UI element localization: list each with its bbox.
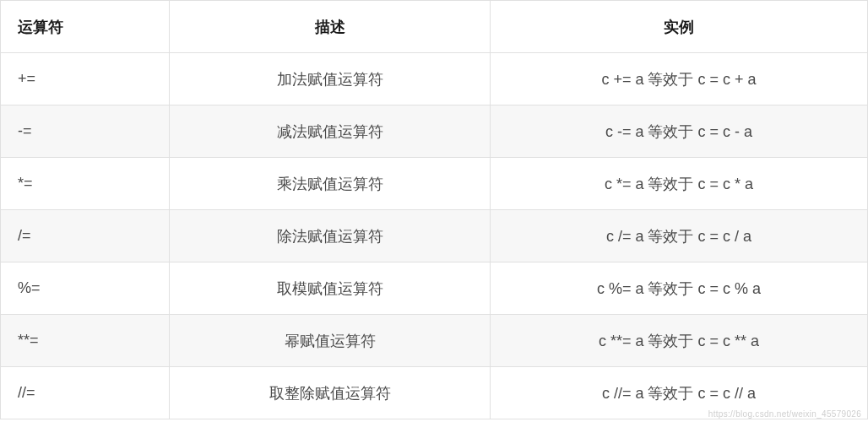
cell-description: 加法赋值运算符 xyxy=(170,53,491,106)
cell-operator: %= xyxy=(1,262,170,315)
cell-operator: += xyxy=(1,53,170,106)
cell-operator: *= xyxy=(1,158,170,210)
cell-operator: -= xyxy=(1,106,170,158)
table-row: %= 取模赋值运算符 c %= a 等效于 c = c % a xyxy=(1,262,868,315)
cell-description: 除法赋值运算符 xyxy=(170,210,491,262)
operators-table: 运算符 描述 实例 += 加法赋值运算符 c += a 等效于 c = c + … xyxy=(0,0,868,419)
cell-example: c += a 等效于 c = c + a xyxy=(491,53,868,106)
cell-operator: /= xyxy=(1,210,170,262)
cell-example: c %= a 等效于 c = c % a xyxy=(491,262,868,315)
cell-example: c **= a 等效于 c = c ** a xyxy=(491,315,868,367)
table-header-row: 运算符 描述 实例 xyxy=(1,1,868,53)
header-example: 实例 xyxy=(491,1,868,53)
table-row: **= 幂赋值运算符 c **= a 等效于 c = c ** a xyxy=(1,315,868,367)
cell-example: c /= a 等效于 c = c / a xyxy=(491,210,868,262)
table-row: *= 乘法赋值运算符 c *= a 等效于 c = c * a xyxy=(1,158,868,210)
cell-example: c *= a 等效于 c = c * a xyxy=(491,158,868,210)
cell-description: 乘法赋值运算符 xyxy=(170,158,491,210)
watermark: https://blog.csdn.net/weixin_45579026 xyxy=(708,409,861,419)
table-row: /= 除法赋值运算符 c /= a 等效于 c = c / a xyxy=(1,210,868,262)
cell-description: 减法赋值运算符 xyxy=(170,106,491,158)
table-row: -= 减法赋值运算符 c -= a 等效于 c = c - a xyxy=(1,106,868,158)
cell-example: c -= a 等效于 c = c - a xyxy=(491,106,868,158)
header-operator: 运算符 xyxy=(1,1,170,53)
cell-description: 取模赋值运算符 xyxy=(170,262,491,315)
cell-operator: **= xyxy=(1,315,170,367)
header-description: 描述 xyxy=(170,1,491,53)
table-row: += 加法赋值运算符 c += a 等效于 c = c + a xyxy=(1,53,868,106)
cell-description: 幂赋值运算符 xyxy=(170,315,491,367)
cell-description: 取整除赋值运算符 xyxy=(170,367,491,419)
cell-operator: //= xyxy=(1,367,170,419)
